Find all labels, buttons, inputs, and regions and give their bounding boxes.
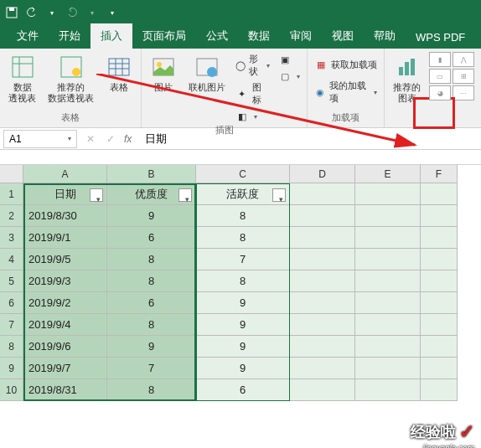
cell[interactable] [421,249,458,270]
pivot-table-button[interactable]: 数据 透视表 [5,52,39,106]
cell[interactable] [421,336,458,358]
header-date[interactable]: 日期 [23,183,107,205]
cell[interactable] [290,249,355,270]
cell-quality[interactable]: 9 [107,205,196,227]
cell-quality[interactable]: 7 [107,358,196,379]
cell-activity[interactable]: 8 [196,270,290,292]
header-activity[interactable]: 活跃度 [196,183,290,205]
row-header[interactable]: 3 [0,227,23,249]
get-addins-button[interactable]: ▦获取加载项 [313,57,379,72]
cell[interactable] [355,358,421,379]
cell[interactable] [355,249,421,270]
cell[interactable] [421,358,458,379]
cell[interactable] [290,205,355,227]
cell-quality[interactable]: 8 [107,249,196,270]
undo-icon[interactable] [25,6,39,19]
screenshot-button[interactable]: ▢▾ [277,69,302,84]
tab-help[interactable]: 帮助 [364,23,406,49]
table-button[interactable]: 表格 [102,52,136,95]
select-all-corner[interactable] [0,165,23,183]
cell[interactable] [421,379,458,401]
cell-activity[interactable]: 9 [196,314,290,336]
cell-date[interactable]: 2019/9/5 [23,249,107,270]
stat-chart-icon[interactable]: ⊞ [453,69,474,84]
cell-date[interactable]: 2019/9/3 [23,270,107,292]
cell[interactable] [421,183,458,205]
shapes-button[interactable]: ◯形状▾ [234,52,272,79]
cell-activity[interactable]: 8 [196,227,290,249]
cell-date[interactable]: 2019/9/6 [23,336,107,358]
cell-date[interactable]: 2019/9/2 [23,292,107,314]
col-header-a[interactable]: A [23,165,107,183]
col-header-d[interactable]: D [290,165,355,183]
row-header[interactable]: 10 [0,379,23,401]
cell-quality[interactable]: 6 [107,292,196,314]
fx-icon[interactable]: fx [121,133,135,145]
cell[interactable] [290,379,355,401]
recommended-charts-button[interactable]: 推荐的 图表 [390,52,424,106]
row-header[interactable]: 7 [0,314,23,336]
cell[interactable] [355,292,421,314]
row-header[interactable]: 2 [0,205,23,227]
tab-data[interactable]: 数据 [238,23,280,49]
row-header[interactable]: 1 [0,183,23,205]
undo-dropdown-icon[interactable]: ▾ [45,6,59,19]
cell-date[interactable]: 2019/8/30 [23,205,107,227]
cell-activity[interactable]: 9 [196,292,290,314]
line-chart-icon[interactable]: ⋀ [453,52,474,67]
cell[interactable] [290,227,355,249]
qatoolbar-customize-icon[interactable]: ▾ [106,6,119,19]
pie-chart-icon[interactable]: ◕ [429,85,451,100]
cell-activity[interactable]: 8 [196,205,290,227]
cell-date[interactable]: 2019/8/31 [23,379,107,401]
formula-input[interactable]: 日期 [135,131,481,147]
tab-layout[interactable]: 页面布局 [132,23,196,49]
save-icon[interactable] [5,6,18,19]
cell[interactable] [421,205,458,227]
cell[interactable] [355,183,421,205]
row-header[interactable]: 9 [0,358,23,379]
tab-insert[interactable]: 插入 [91,23,132,49]
cell[interactable] [355,270,421,292]
icons-button[interactable]: ✦图标 [234,80,272,107]
cell[interactable] [421,314,458,336]
cell[interactable] [355,379,421,401]
cell-activity[interactable]: 6 [196,379,290,401]
online-pictures-button[interactable]: 联机图片 [185,52,229,95]
cell[interactable] [290,336,355,358]
cell-activity[interactable]: 7 [196,249,290,270]
cell[interactable] [355,314,421,336]
cell-date[interactable]: 2019/9/4 [23,314,107,336]
cell-activity[interactable]: 9 [196,358,290,379]
cell[interactable] [290,314,355,336]
cell-date[interactable]: 2019/9/7 [23,358,107,379]
row-header[interactable]: 6 [0,292,23,314]
scatter-chart-icon[interactable]: ⋯ [453,85,474,100]
tab-wps-pdf[interactable]: WPS PDF [406,26,475,49]
cell[interactable] [355,205,421,227]
cell[interactable] [421,227,458,249]
row-header[interactable]: 4 [0,249,23,270]
col-header-f[interactable]: F [421,165,458,183]
tab-view[interactable]: 视图 [322,23,364,49]
cell-quality[interactable]: 6 [107,227,196,249]
bar-chart-icon[interactable]: ▮ [429,52,451,67]
col-header-e[interactable]: E [355,165,421,183]
cell-quality[interactable]: 8 [107,379,196,401]
cell[interactable] [290,292,355,314]
my-addins-button[interactable]: ◉我的加载项▾ [313,79,379,106]
row-header[interactable]: 8 [0,336,23,358]
cell-quality[interactable]: 8 [107,314,196,336]
tab-formula[interactable]: 公式 [196,23,238,49]
cell-quality[interactable]: 9 [107,336,196,358]
recommended-pivot-button[interactable]: 推荐的 数据透视表 [44,52,97,106]
redo-icon[interactable] [65,6,79,19]
tab-review[interactable]: 审阅 [280,23,322,49]
cell[interactable] [290,358,355,379]
cell[interactable] [355,227,421,249]
smartart-button[interactable]: ▣ [277,52,302,67]
row-header[interactable]: 5 [0,270,23,292]
col-header-b[interactable]: B [107,165,196,183]
cell-date[interactable]: 2019/9/1 [23,227,107,249]
cell-quality[interactable]: 8 [107,270,196,292]
